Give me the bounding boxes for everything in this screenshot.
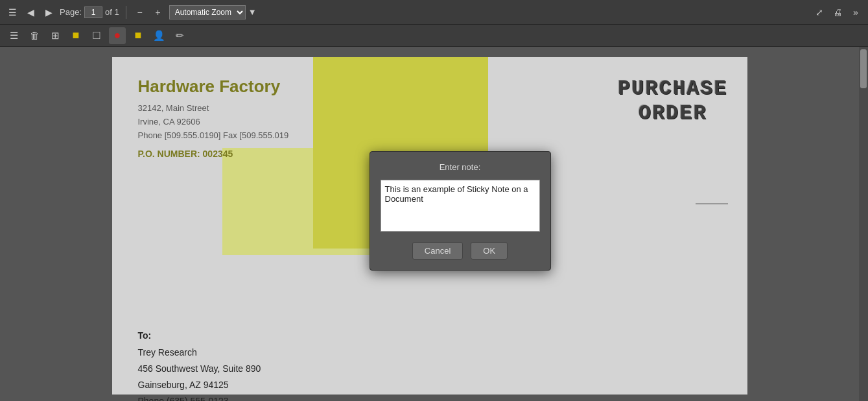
- ok-button[interactable]: OK: [471, 242, 508, 260]
- page-total: of 1: [105, 7, 119, 17]
- sidebar-tool-icon[interactable]: ☰: [5, 27, 22, 44]
- page-navigation: Page: of 1: [60, 6, 119, 18]
- separator1: [126, 6, 126, 19]
- white-box-icon[interactable]: □: [88, 27, 105, 44]
- zoom-area: Automatic Zoom Actual Size Fit Page Fit …: [169, 5, 257, 19]
- cancel-button[interactable]: Cancel: [412, 242, 463, 260]
- zoom-in-icon[interactable]: +: [151, 5, 165, 19]
- page-input[interactable]: [84, 6, 102, 18]
- enter-note-dialog: Enter note: This is an example of Sticky…: [369, 151, 551, 271]
- print-icon[interactable]: 🖨: [830, 5, 845, 19]
- circle-tool-icon[interactable]: ●: [109, 27, 126, 44]
- grid-tool-icon[interactable]: ⊞: [47, 27, 64, 44]
- yellow-highlight-icon[interactable]: ■: [67, 27, 84, 44]
- main-toolbar: ☰ ◀ ▶ Page: of 1 − + Automatic Zoom Actu…: [0, 0, 868, 25]
- sidebar-toggle-icon[interactable]: ☰: [5, 5, 19, 19]
- rect-tool-icon[interactable]: ■: [130, 27, 147, 44]
- forward-icon[interactable]: ▶: [41, 5, 56, 19]
- modal-buttons: Cancel OK: [381, 242, 540, 260]
- back-icon[interactable]: ◀: [23, 5, 38, 19]
- modal-overlay: Enter note: This is an example of Sticky…: [0, 47, 868, 401]
- page-label: Page:: [60, 7, 82, 17]
- modal-title: Enter note:: [381, 162, 540, 172]
- zoom-arrow: ▼: [248, 7, 257, 17]
- zoom-out-icon[interactable]: −: [133, 5, 147, 19]
- person-stamp-icon[interactable]: 👤: [150, 27, 167, 44]
- main-area: PURCHASE ORDER Hardware Factory 32142, M…: [0, 47, 868, 401]
- delete-tool-icon[interactable]: 🗑: [26, 27, 43, 44]
- note-textarea[interactable]: This is an example of Sticky Note on a D…: [381, 180, 540, 232]
- toolbar-right: ⤢ 🖨 »: [812, 5, 863, 19]
- zoom-select[interactable]: Automatic Zoom Actual Size Fit Page Fit …: [169, 5, 246, 19]
- next-section-icon[interactable]: »: [849, 5, 863, 19]
- fullscreen-icon[interactable]: ⤢: [812, 5, 827, 19]
- annotation-toolbar: ☰ 🗑 ⊞ ■ □ ● ■ 👤 ✏: [0, 25, 868, 47]
- pen-tool-icon[interactable]: ✏: [171, 27, 188, 44]
